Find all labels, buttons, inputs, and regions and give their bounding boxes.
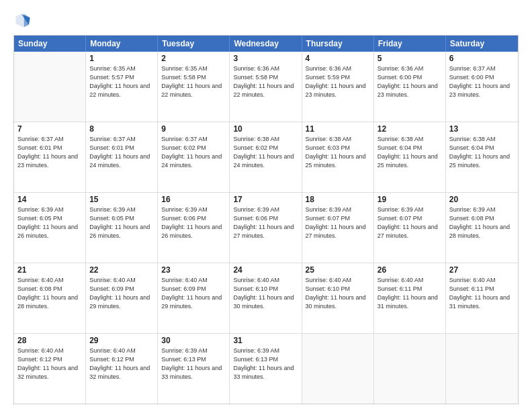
- day-info: Sunrise: 6:39 AMSunset: 6:05 PMDaylight:…: [17, 205, 82, 240]
- cal-cell: 4Sunrise: 6:36 AMSunset: 5:59 PMDaylight…: [302, 52, 374, 122]
- cal-cell: [302, 334, 374, 404]
- cal-cell: 24Sunrise: 6:40 AMSunset: 6:10 PMDayligh…: [230, 263, 302, 333]
- cal-header-friday: Friday: [374, 36, 446, 52]
- cal-week-4: 21Sunrise: 6:40 AMSunset: 6:08 PMDayligh…: [14, 263, 518, 334]
- cal-cell: 25Sunrise: 6:40 AMSunset: 6:10 PMDayligh…: [302, 263, 374, 333]
- day-info: Sunrise: 6:40 AMSunset: 6:08 PMDaylight:…: [17, 276, 82, 311]
- day-info: Sunrise: 6:38 AMSunset: 6:04 PMDaylight:…: [449, 135, 515, 170]
- day-number: 30: [161, 336, 226, 345]
- day-info: Sunrise: 6:39 AMSunset: 6:07 PMDaylight:…: [378, 205, 442, 240]
- day-info: Sunrise: 6:39 AMSunset: 6:13 PMDaylight:…: [161, 347, 226, 381]
- cal-cell: [446, 334, 518, 404]
- cal-cell: 19Sunrise: 6:39 AMSunset: 6:07 PMDayligh…: [374, 193, 446, 263]
- day-info: Sunrise: 6:39 AMSunset: 6:07 PMDaylight:…: [306, 205, 370, 240]
- cal-cell: 26Sunrise: 6:40 AMSunset: 6:11 PMDayligh…: [374, 263, 446, 333]
- day-info: Sunrise: 6:40 AMSunset: 6:09 PMDaylight:…: [161, 276, 226, 311]
- cal-header-monday: Monday: [86, 36, 158, 52]
- day-info: Sunrise: 6:39 AMSunset: 6:08 PMDaylight:…: [449, 205, 515, 240]
- cal-cell: 17Sunrise: 6:39 AMSunset: 6:06 PMDayligh…: [230, 193, 302, 263]
- day-info: Sunrise: 6:40 AMSunset: 6:12 PMDaylight:…: [89, 347, 154, 381]
- day-number: 25: [306, 265, 370, 275]
- day-info: Sunrise: 6:38 AMSunset: 6:04 PMDaylight:…: [378, 135, 442, 170]
- cal-cell: [14, 52, 86, 122]
- cal-cell: 3Sunrise: 6:36 AMSunset: 5:58 PMDaylight…: [230, 52, 302, 122]
- day-info: Sunrise: 6:37 AMSunset: 6:01 PMDaylight:…: [17, 135, 82, 170]
- cal-cell: 18Sunrise: 6:39 AMSunset: 6:07 PMDayligh…: [302, 193, 374, 263]
- day-info: Sunrise: 6:36 AMSunset: 6:00 PMDaylight:…: [378, 64, 442, 99]
- cal-week-2: 7Sunrise: 6:37 AMSunset: 6:01 PMDaylight…: [14, 122, 518, 193]
- header: [13, 11, 519, 30]
- cal-cell: 9Sunrise: 6:37 AMSunset: 6:02 PMDaylight…: [158, 122, 230, 192]
- cal-cell: 27Sunrise: 6:40 AMSunset: 6:11 PMDayligh…: [446, 263, 518, 333]
- day-info: Sunrise: 6:40 AMSunset: 6:11 PMDaylight:…: [378, 276, 442, 311]
- cal-week-3: 14Sunrise: 6:39 AMSunset: 6:05 PMDayligh…: [14, 193, 518, 263]
- day-number: 18: [306, 195, 370, 204]
- cal-cell: 28Sunrise: 6:40 AMSunset: 6:12 PMDayligh…: [14, 334, 86, 404]
- day-number: 13: [449, 124, 515, 134]
- cal-header-sunday: Sunday: [14, 36, 86, 52]
- day-number: 6: [449, 54, 515, 63]
- day-number: 4: [306, 54, 370, 63]
- day-info: Sunrise: 6:39 AMSunset: 6:06 PMDaylight:…: [233, 205, 298, 240]
- day-info: Sunrise: 6:39 AMSunset: 6:06 PMDaylight:…: [161, 205, 226, 240]
- day-number: 27: [449, 265, 515, 275]
- cal-cell: 10Sunrise: 6:38 AMSunset: 6:02 PMDayligh…: [230, 122, 302, 192]
- day-info: Sunrise: 6:40 AMSunset: 6:09 PMDaylight:…: [89, 276, 154, 311]
- cal-cell: 23Sunrise: 6:40 AMSunset: 6:09 PMDayligh…: [158, 263, 230, 333]
- day-number: 16: [161, 195, 226, 204]
- day-number: 22: [89, 265, 154, 275]
- cal-header-saturday: Saturday: [446, 36, 518, 52]
- calendar-header: SundayMondayTuesdayWednesdayThursdayFrid…: [14, 36, 518, 52]
- day-info: Sunrise: 6:36 AMSunset: 5:58 PMDaylight:…: [233, 64, 298, 99]
- day-number: 3: [233, 54, 298, 63]
- cal-cell: 14Sunrise: 6:39 AMSunset: 6:05 PMDayligh…: [14, 193, 86, 263]
- day-number: 19: [378, 195, 442, 204]
- day-info: Sunrise: 6:37 AMSunset: 6:00 PMDaylight:…: [449, 64, 515, 99]
- day-number: 21: [17, 265, 82, 275]
- cal-cell: 12Sunrise: 6:38 AMSunset: 6:04 PMDayligh…: [374, 122, 446, 192]
- day-info: Sunrise: 6:35 AMSunset: 5:58 PMDaylight:…: [161, 64, 226, 99]
- cal-cell: 13Sunrise: 6:38 AMSunset: 6:04 PMDayligh…: [446, 122, 518, 192]
- cal-cell: 5Sunrise: 6:36 AMSunset: 6:00 PMDaylight…: [374, 52, 446, 122]
- page: SundayMondayTuesdayWednesdayThursdayFrid…: [0, 0, 532, 411]
- cal-header-thursday: Thursday: [302, 36, 374, 52]
- day-number: 23: [161, 265, 226, 275]
- cal-header-tuesday: Tuesday: [158, 36, 230, 52]
- day-info: Sunrise: 6:40 AMSunset: 6:10 PMDaylight:…: [306, 276, 370, 311]
- logo-icon: [13, 11, 32, 30]
- day-number: 20: [449, 195, 515, 204]
- cal-cell: 30Sunrise: 6:39 AMSunset: 6:13 PMDayligh…: [158, 334, 230, 404]
- cal-cell: 8Sunrise: 6:37 AMSunset: 6:01 PMDaylight…: [86, 122, 158, 192]
- day-number: 7: [17, 124, 82, 134]
- logo: [13, 11, 35, 30]
- day-info: Sunrise: 6:37 AMSunset: 6:02 PMDaylight:…: [161, 135, 226, 170]
- day-info: Sunrise: 6:38 AMSunset: 6:03 PMDaylight:…: [306, 135, 370, 170]
- cal-cell: 15Sunrise: 6:39 AMSunset: 6:05 PMDayligh…: [86, 193, 158, 263]
- cal-header-wednesday: Wednesday: [230, 36, 302, 52]
- cal-cell: 11Sunrise: 6:38 AMSunset: 6:03 PMDayligh…: [302, 122, 374, 192]
- cal-cell: 7Sunrise: 6:37 AMSunset: 6:01 PMDaylight…: [14, 122, 86, 192]
- day-number: 24: [233, 265, 298, 275]
- day-number: 9: [161, 124, 226, 134]
- day-number: 15: [89, 195, 154, 204]
- day-info: Sunrise: 6:36 AMSunset: 5:59 PMDaylight:…: [306, 64, 370, 99]
- day-info: Sunrise: 6:35 AMSunset: 5:57 PMDaylight:…: [89, 64, 154, 99]
- day-number: 28: [17, 336, 82, 345]
- day-number: 8: [89, 124, 154, 134]
- day-number: 31: [233, 336, 298, 345]
- cal-week-5: 28Sunrise: 6:40 AMSunset: 6:12 PMDayligh…: [14, 334, 518, 404]
- cal-cell: 21Sunrise: 6:40 AMSunset: 6:08 PMDayligh…: [14, 263, 86, 333]
- day-info: Sunrise: 6:40 AMSunset: 6:11 PMDaylight:…: [449, 276, 515, 311]
- cal-cell: 22Sunrise: 6:40 AMSunset: 6:09 PMDayligh…: [86, 263, 158, 333]
- day-info: Sunrise: 6:40 AMSunset: 6:10 PMDaylight:…: [233, 276, 298, 311]
- cal-cell: 6Sunrise: 6:37 AMSunset: 6:00 PMDaylight…: [446, 52, 518, 122]
- cal-cell: 20Sunrise: 6:39 AMSunset: 6:08 PMDayligh…: [446, 193, 518, 263]
- day-number: 1: [89, 54, 154, 63]
- cal-cell: 1Sunrise: 6:35 AMSunset: 5:57 PMDaylight…: [86, 52, 158, 122]
- cal-cell: [374, 334, 446, 404]
- day-info: Sunrise: 6:39 AMSunset: 6:13 PMDaylight:…: [233, 347, 298, 381]
- cal-cell: 31Sunrise: 6:39 AMSunset: 6:13 PMDayligh…: [230, 334, 302, 404]
- day-number: 17: [233, 195, 298, 204]
- day-info: Sunrise: 6:37 AMSunset: 6:01 PMDaylight:…: [89, 135, 154, 170]
- day-number: 10: [233, 124, 298, 134]
